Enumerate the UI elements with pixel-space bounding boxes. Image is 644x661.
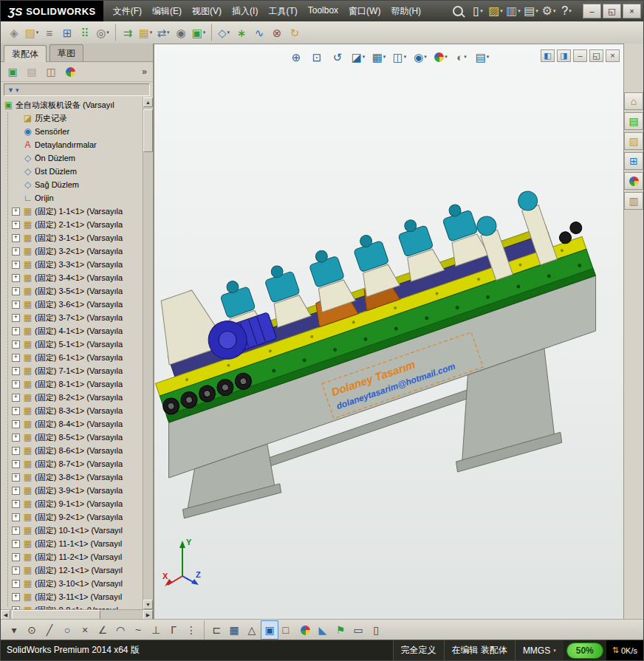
filter-caret-icon[interactable]: ▾ [16, 86, 19, 94]
expander-icon[interactable]: + [12, 420, 20, 428]
toolbar-button[interactable]: ⠿ [76, 24, 94, 41]
menu-item[interactable]: 视图(V) [187, 2, 227, 21]
tree-item[interactable]: + ▦ (固定) 12-1<1> (Varsayıl [1, 564, 143, 577]
bottom-toolbar-button[interactable]: ◠ [112, 620, 129, 640]
scroll-up-icon[interactable]: ▲ [143, 97, 153, 107]
dropdown-caret-icon[interactable]: ▾ [445, 54, 448, 60]
expander-icon[interactable]: + [12, 301, 20, 309]
task-pane-tab[interactable]: ● [624, 172, 643, 190]
tree-item[interactable]: + ▦ (固定) 8-1<1> (Varsayıla [1, 377, 143, 391]
dropdown-caret-icon[interactable]: ▾ [290, 627, 292, 633]
expander-icon[interactable]: + [12, 380, 20, 388]
task-pane-tab[interactable]: ▤ [624, 112, 643, 130]
expander-icon[interactable]: + [12, 527, 20, 535]
overflow-chevron-icon[interactable]: » [139, 66, 150, 77]
tree-item[interactable]: + A Detaylandırmalar [1, 138, 143, 151]
view-tool-button[interactable]: ◫ ▾ [391, 49, 408, 65]
tree-item[interactable]: + ▦ (固定) 3-7<1> (Varsayıla [1, 311, 143, 324]
view-tool-button[interactable]: ● ▾ [432, 49, 450, 65]
tree-item[interactable]: + ◪ 历史记录 [1, 112, 143, 125]
toolbar-button[interactable]: ⇄ ▾ [154, 24, 172, 41]
tree-item[interactable]: + ▦ (固定) 2-1<1> (Varsayıla [1, 218, 143, 231]
expander-icon[interactable]: + [12, 274, 20, 282]
menu-item[interactable]: 编辑(E) [147, 2, 187, 21]
expander-icon[interactable]: + [12, 500, 20, 508]
expander-icon[interactable]: + [12, 407, 20, 415]
tree-item[interactable]: + ∟ Orijin [1, 191, 143, 205]
view-tool-button[interactable]: ▦ ▾ [370, 49, 388, 65]
scroll-down-icon[interactable]: ▼ [143, 600, 153, 609]
bottom-toolbar-button[interactable]: ▭ [349, 620, 367, 640]
document-window-button[interactable]: – [573, 49, 587, 62]
tree-item[interactable]: + ▦ (固定) 3-5<1> (Varsayıla [1, 284, 143, 298]
tree-item[interactable]: + ◇ Üst Düzlem [1, 165, 143, 178]
view-tool-button[interactable]: ↺ [329, 49, 346, 65]
task-pane-tab[interactable]: ▥ [624, 192, 643, 210]
tree-item[interactable]: + ▦ (固定) 7-1<1> (Varsayıla [1, 364, 143, 377]
dropdown-caret-icon[interactable]: ▾ [150, 30, 153, 35]
tree-item[interactable]: + ▦ (固定) 8-8<1> (Varsayıl [1, 603, 143, 609]
dropdown-caret-icon[interactable]: ▾ [203, 30, 206, 35]
tree-item[interactable]: + ▦ (固定) 3-8<1> (Varsayıla [1, 470, 143, 484]
search-icon[interactable] [453, 6, 463, 16]
view-tool-button[interactable]: ▤ ▾ [473, 49, 491, 65]
bottom-toolbar-button[interactable]: ⊏ [204, 620, 225, 640]
view-tool-button[interactable]: ◐ ▾ [453, 49, 470, 65]
toolbar-button[interactable]: ∿ [250, 24, 268, 41]
expander-icon[interactable]: + [12, 287, 20, 295]
toolbar-button[interactable]: ◎ ▾ [94, 24, 112, 41]
dropdown-caret-icon[interactable]: ▾ [227, 30, 230, 35]
expander-icon[interactable]: + [12, 340, 20, 349]
tree-item[interactable]: + ▦ (固定) 8-6<1> (Varsayıla [1, 444, 143, 457]
commandmanager-tab[interactable]: 草图 [49, 44, 83, 61]
tree-item[interactable]: + ◇ Ön Düzlem [1, 151, 143, 165]
dropdown-caret-icon[interactable]: ▾ [404, 54, 407, 60]
task-pane-tab[interactable]: ▨ [624, 132, 643, 150]
bottom-toolbar-button[interactable]: ▣ [261, 620, 278, 640]
document-window-button[interactable]: ◨ [557, 49, 571, 62]
quick-access-button[interactable]: ▯ ▾ [469, 2, 487, 20]
tree-item[interactable]: + ▦ (固定) 8-7<1> (Varsayıla [1, 457, 143, 470]
expander-icon[interactable]: + [12, 394, 20, 402]
expander-icon[interactable]: + [12, 354, 20, 362]
bottom-toolbar-button[interactable]: Γ [165, 620, 182, 640]
manager-tab-button[interactable]: ● [61, 63, 79, 81]
view-tool-button[interactable]: ⊕ [287, 49, 305, 65]
dropdown-caret-icon[interactable]: ▾ [518, 8, 521, 14]
dropdown-caret-icon[interactable]: ▾ [569, 8, 572, 14]
menu-item[interactable]: 插入(I) [227, 2, 263, 21]
dropdown-caret-icon[interactable]: ▾ [535, 8, 538, 14]
dropdown-caret-icon[interactable]: ▾ [553, 8, 556, 14]
window-control-button[interactable]: × [623, 4, 641, 18]
expander-icon[interactable]: + [12, 447, 20, 455]
tree-item[interactable]: + ▦ (固定) 3-6<1> (Varsayıla [1, 298, 143, 311]
dropdown-caret-icon[interactable]: ▾ [106, 30, 109, 35]
graphics-viewport[interactable]: Dolaney Tasarım dolaneytasarim@hotmail.c… [154, 44, 625, 620]
dropdown-caret-icon[interactable]: ▾ [383, 54, 386, 60]
menu-item[interactable]: 文件(F) [108, 2, 147, 21]
tree-item[interactable]: + ◇ Sağ Düzlem [1, 178, 143, 191]
units-caret-icon[interactable]: ▾ [553, 648, 556, 654]
manager-tab-button[interactable]: ▤ [23, 63, 41, 81]
dropdown-caret-icon[interactable]: ▾ [363, 54, 366, 60]
tree-item[interactable]: + ◉ Sensörler [1, 125, 143, 138]
view-tool-button[interactable]: ◪ ▾ [349, 49, 367, 65]
toolbar-button[interactable]: ≡ [41, 24, 58, 41]
expander-icon[interactable]: + [12, 460, 20, 468]
toolbar-button[interactable]: ◈ [5, 24, 23, 41]
bottom-toolbar-button[interactable]: × [76, 620, 94, 640]
expander-icon[interactable]: + [12, 606, 20, 610]
bottom-toolbar-button[interactable]: ~ [129, 620, 147, 640]
tree-item[interactable]: + ▦ (固定) 3-9<1> (Varsayıla [1, 484, 143, 497]
tree-item[interactable]: + ▦ (固定) 6-1<1> (Varsayıla [1, 351, 143, 364]
expander-icon[interactable]: + [12, 247, 20, 256]
expander-icon[interactable]: + [12, 208, 20, 216]
document-window-button[interactable]: ◧ [541, 49, 555, 62]
quick-access-button[interactable]: ▥ ▾ [504, 2, 522, 20]
dropdown-caret-icon[interactable]: ▾ [167, 30, 170, 35]
tree-item[interactable]: + ▦ (固定) 3-2<1> (Varsayıla [1, 244, 143, 258]
bottom-toolbar-button[interactable]: ⋮ [182, 620, 200, 640]
expander-icon[interactable]: + [12, 367, 20, 375]
bottom-toolbar-button[interactable]: ▾ [5, 620, 23, 640]
tree-item[interactable]: + ▦ (固定) 3-10<1> (Varsayıl [1, 577, 143, 590]
